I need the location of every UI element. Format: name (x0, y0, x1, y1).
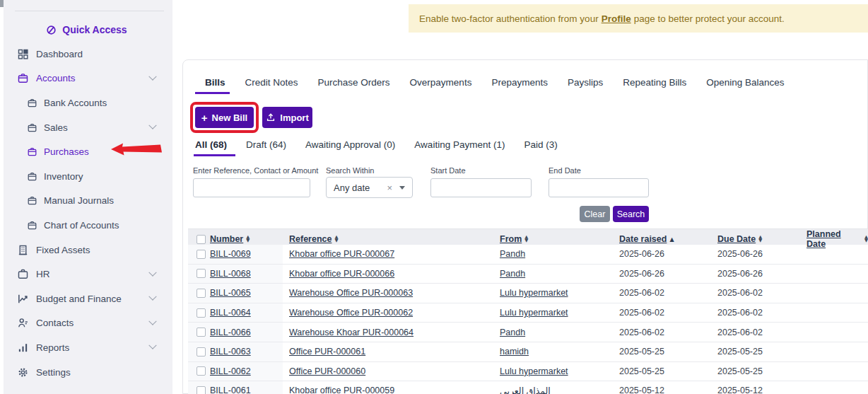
sidebar-item-settings[interactable]: Settings (0, 360, 172, 385)
tab-payslips[interactable]: Payslips (568, 77, 603, 88)
bar-chart-icon (17, 342, 29, 354)
profile-link[interactable]: Profile (602, 13, 631, 24)
sidebar-scrollbar[interactable] (0, 0, 4, 394)
bill-reference-link[interactable]: Office PUR-000061 (289, 347, 500, 357)
sidebar-item-fixed-assets[interactable]: Fixed Assets (0, 238, 172, 262)
row-checkbox[interactable] (197, 386, 206, 394)
row-checkbox[interactable] (197, 308, 206, 318)
header-due-date[interactable]: Due Date▲▼ (717, 234, 807, 244)
bill-reference-link[interactable]: Warehouse Office PUR-000062 (289, 308, 500, 318)
tab-repeating-bills[interactable]: Repeating Bills (623, 77, 686, 88)
search-within-label: Search Within (326, 166, 374, 175)
sidebar-item-inventory[interactable]: Inventory (0, 164, 172, 189)
header-planned-date[interactable]: Planned Date▲▼ (807, 229, 868, 249)
annotation-arrow (110, 141, 163, 157)
app-window: Quick Access Dashboard Accounts Bank Acc… (0, 0, 868, 394)
bill-reference-link[interactable]: Khobar office PUR-000067 (289, 249, 500, 259)
status-filter-tabs: All (68) Draft (64) Awaiting Approval (0… (195, 139, 558, 150)
chevron-down-icon (148, 293, 156, 301)
bill-from-link[interactable]: Pandh (500, 269, 619, 279)
header-date-raised[interactable]: Date raised▲ (619, 234, 717, 244)
sidebar-item-budget-and-finance[interactable]: Budget and Finance (0, 286, 172, 311)
tab-purchase-orders[interactable]: Purchase Orders (318, 77, 390, 88)
bill-from-link[interactable]: Lulu hypermarket (500, 308, 619, 318)
sidebar-item-label: Settings (36, 367, 71, 378)
bill-reference-link[interactable]: Khobar office PUR-000066 (289, 269, 500, 279)
tab-credit-notes[interactable]: Credit Notes (245, 77, 298, 88)
bill-number-link[interactable]: BILL-0065 (210, 288, 289, 298)
row-checkbox[interactable] (197, 250, 206, 259)
bill-from-link[interactable]: Pandh (500, 249, 619, 259)
briefcase-icon (17, 268, 29, 280)
active-status-tab-underline (194, 154, 235, 156)
row-checkbox[interactable] (197, 328, 206, 337)
reference-search-input[interactable] (193, 178, 310, 197)
header-from[interactable]: From▲▼ (500, 234, 619, 244)
select-all-checkbox[interactable] (197, 235, 206, 244)
chevron-down-icon (148, 72, 156, 80)
sidebar-item-accounts[interactable]: Accounts (0, 66, 172, 91)
bill-from-link[interactable]: Pandh (500, 328, 619, 337)
new-bill-button[interactable]: + New Bill (195, 107, 254, 128)
tab-opening-balances[interactable]: Opening Balances (706, 77, 784, 88)
header-reference[interactable]: Reference▲▼ (289, 234, 500, 244)
row-checkbox[interactable] (197, 347, 206, 357)
bill-from-link[interactable]: Lulu hypermarket (500, 288, 619, 298)
bill-from-link[interactable]: المذاق العربي (500, 386, 619, 394)
row-checkbox[interactable] (197, 269, 206, 278)
bill-number-link[interactable]: BILL-0063 (210, 347, 289, 357)
clear-button[interactable]: Clear (580, 206, 610, 222)
start-date-input[interactable] (430, 178, 532, 197)
sidebar-item-contacts[interactable]: Contacts (0, 311, 172, 336)
date-raised-cell: 2025-06-02 (619, 288, 717, 298)
bill-number-link[interactable]: BILL-0068 (210, 269, 289, 279)
bill-reference-link[interactable]: Khobar office PUR-000059 (289, 386, 500, 394)
sort-icon: ▲▼ (246, 236, 250, 243)
tab-bills[interactable]: Bills (205, 77, 225, 88)
header-number[interactable]: Number▲▼ (210, 234, 289, 244)
bill-reference-link[interactable]: Office PUR-000060 (289, 366, 500, 376)
table-header-row: Number▲▼ Reference▲▼ From▲▼ Date raised▲… (188, 228, 868, 245)
search-button[interactable]: Search (613, 206, 649, 222)
sidebar-item-label: Dashboard (36, 49, 83, 59)
tab-prepayments[interactable]: Prepayments (491, 77, 548, 88)
date-raised-cell: 2025-05-25 (619, 366, 717, 376)
end-date-input[interactable] (549, 178, 649, 197)
chevron-down-icon (148, 317, 156, 325)
status-tab-paid[interactable]: Paid (3) (524, 139, 557, 150)
bill-number-link[interactable]: BILL-0066 (210, 328, 289, 337)
search-within-select[interactable]: Any date × (326, 177, 413, 198)
clear-select-icon[interactable]: × (387, 182, 399, 193)
status-tab-draft[interactable]: Draft (64) (246, 139, 286, 150)
bill-number-link[interactable]: BILL-0061 (210, 386, 289, 394)
bill-reference-link[interactable]: Warehouse Office PUR-000063 (289, 288, 500, 298)
briefcase-icon (27, 122, 37, 133)
quick-access-button[interactable]: Quick Access (0, 19, 172, 40)
sidebar-item-reports[interactable]: Reports (0, 335, 172, 360)
scrollbar-thumb[interactable] (0, 0, 4, 7)
building-icon (17, 244, 29, 256)
purchase-tabs: Bills Credit Notes Purchase Orders Overp… (205, 77, 785, 88)
row-checkbox[interactable] (197, 366, 206, 376)
sidebar-item-hr[interactable]: HR (0, 262, 172, 286)
sidebar-item-sales[interactable]: Sales (0, 115, 172, 140)
bill-number-link[interactable]: BILL-0064 (210, 308, 289, 318)
sidebar-item-manual-journals[interactable]: Manual Journals (0, 189, 172, 214)
chevron-down-icon (148, 122, 156, 129)
status-tab-awaiting-payment[interactable]: Awaiting Payment (1) (414, 139, 505, 150)
status-tab-awaiting-approval[interactable]: Awaiting Approval (0) (305, 139, 395, 150)
bill-from-link[interactable]: Lulu hypermarket (500, 366, 619, 376)
bill-reference-link[interactable]: Warehouse Khoar PUR-000064 (289, 328, 500, 337)
bill-from-link[interactable]: hamidh (500, 347, 619, 357)
import-button[interactable]: Import (262, 107, 312, 128)
table-row: BILL-0069 Khobar office PUR-000067 Pandh… (188, 245, 868, 265)
sidebar-item-chart-of-accounts[interactable]: Chart of Accounts (0, 213, 172, 238)
status-tab-all[interactable]: All (68) (195, 139, 227, 150)
bill-number-link[interactable]: BILL-0069 (210, 249, 289, 259)
sidebar-item-dashboard[interactable]: Dashboard (0, 42, 172, 66)
bill-number-link[interactable]: BILL-0062 (210, 366, 289, 376)
row-checkbox[interactable] (197, 289, 206, 298)
tab-overpayments[interactable]: Overpayments (410, 77, 472, 88)
sidebar-item-bank-accounts[interactable]: Bank Accounts (0, 91, 172, 115)
sidebar-item-label: Manual Journals (44, 195, 114, 206)
